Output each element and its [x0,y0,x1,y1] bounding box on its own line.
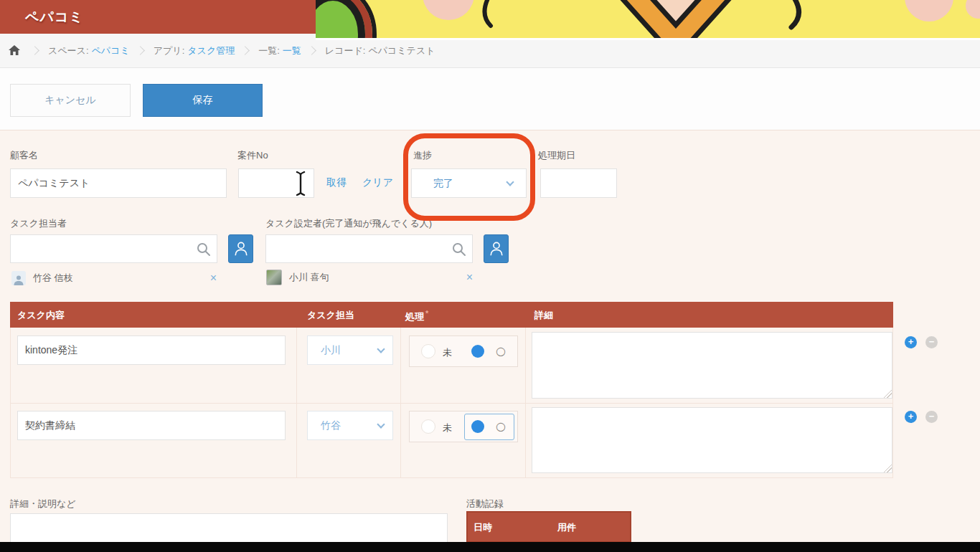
customer-name-input[interactable] [10,168,227,198]
column-header-process: 処理* [405,309,428,323]
task-assignee-search-input[interactable] [11,235,194,262]
breadcrumb-separator-icon [240,46,250,55]
process-radio-group-row1: 未 ○ [409,336,518,367]
radio-unselected[interactable] [421,344,435,358]
person-icon [233,239,249,258]
breadcrumb-separator-icon [307,46,316,55]
cancel-button[interactable]: キャンセル [10,84,131,117]
activity-column-subject: 用件 [557,521,576,534]
breadcrumb-record-label: レコード: [325,45,366,56]
record-form: 顧客名 案件No 取得 クリア 進捗 完了 処理期日 タスク担当者 [0,130,980,542]
column-header-task-content: タスク内容 [17,309,65,322]
task-assignee-select-row2[interactable]: 竹谷 [307,411,393,440]
task-setter-user-select-button[interactable] [484,234,509,263]
task-assignee-select-row1[interactable]: 小川 [307,336,393,365]
radio-selected[interactable] [471,345,484,358]
radio-selected[interactable] [471,420,484,433]
progress-selected-value: 完了 [433,177,453,190]
person-icon [489,239,504,258]
row-divider [11,403,892,404]
column-header-task-assignee: タスク担当 [307,309,354,322]
description-textarea[interactable] [10,513,448,542]
assignee-selected-value: 竹谷 [321,419,341,432]
save-button[interactable]: 保存 [143,84,263,117]
breadcrumb-space-label: スペース: [48,45,89,56]
breadcrumb-separator-icon [30,46,39,55]
letterbox-bar [0,542,980,552]
task-setter-search-input[interactable] [266,235,449,262]
task-assignee-picker [10,234,217,263]
resize-handle-icon[interactable] [884,390,892,398]
task-setter-label: タスク設定者(完了通知が飛んでくる人) [265,217,432,230]
avatar [266,270,282,285]
detail-textarea-row2[interactable] [532,407,892,473]
radio-option-label[interactable]: ○ [496,344,506,358]
breadcrumb-record-value: ペパコミテスト [368,45,435,56]
customer-name-label: 顧客名 [10,149,38,162]
remove-user-icon[interactable]: × [466,272,473,283]
chevron-down-icon [377,420,385,428]
breadcrumb-view-label: 一覧: [258,45,280,56]
record-toolbar: キャンセル 保存 [0,68,980,130]
case-no-clear-link[interactable]: クリア [362,176,393,189]
breadcrumb-record: レコード:ペパコミテスト [325,44,435,57]
breadcrumb-view-link[interactable]: 一覧 [283,45,301,56]
breadcrumb-space: スペース:ペパコミ [48,44,130,57]
breadcrumb-app-label: アプリ: [154,45,185,56]
selected-user-name: 小川 喜句 [289,271,329,284]
description-label: 詳細・説明など [10,498,76,510]
task-table-header: タスク内容 タスク担当 処理* 詳細 [10,302,893,328]
column-header-detail: 詳細 [534,309,553,322]
activity-log-header: 日時 用件 [466,511,631,542]
breadcrumb-app: アプリ:タスク管理 [154,44,235,57]
task-assignee-user-select-button[interactable] [228,234,253,263]
required-mark: * [425,309,428,318]
selected-user-setter: 小川 喜句 × [266,270,473,285]
cartoon-banner-image [316,0,980,40]
case-no-label: 案件No [237,149,268,162]
search-icon[interactable] [451,242,467,257]
home-icon[interactable] [9,45,20,56]
activity-log-label: 活動記録 [466,498,504,510]
selected-user-assignee: 竹谷 信枝 × [11,271,217,285]
task-setter-picker [265,234,473,263]
radio-option-label[interactable]: 未 [443,422,452,434]
add-row-button[interactable]: + [905,336,917,348]
chevron-down-icon [506,178,514,186]
task-content-input-row2[interactable] [17,411,286,440]
assignee-selected-value: 小川 [321,344,341,357]
process-radio-group-row2: 未 ○ [409,411,518,442]
remove-user-icon[interactable]: × [210,272,217,284]
avatar [11,271,26,285]
kintone-record-edit-screen: ペパコミ スペース:ペパコミ アプリ:タスク管理 [0,0,980,552]
due-date-label: 処理期日 [538,149,575,162]
task-assignee-label: タスク担当者 [10,217,67,230]
radio-unselected[interactable] [421,419,435,434]
remove-row-button[interactable]: − [925,411,938,423]
search-icon[interactable] [196,242,212,257]
due-date-input[interactable] [540,168,617,198]
progress-select[interactable]: 完了 [411,168,527,198]
remove-row-button[interactable]: − [925,336,938,348]
breadcrumb-space-link[interactable]: ペパコミ [92,45,130,56]
radio-option-label[interactable]: ○ [496,419,506,433]
case-no-get-link[interactable]: 取得 [326,176,347,189]
case-no-input[interactable] [238,168,314,198]
task-content-input-row1[interactable] [17,336,286,365]
resize-handle-icon[interactable] [884,465,892,472]
cartoon-art [316,0,980,40]
breadcrumb-view: 一覧:一覧 [258,44,301,57]
selected-user-name: 竹谷 信枝 [33,272,73,285]
chevron-down-icon [377,345,385,353]
breadcrumb-app-link[interactable]: タスク管理 [187,45,235,56]
breadcrumb-separator-icon [136,46,145,55]
detail-textarea-row1[interactable] [532,332,892,399]
progress-label: 進捗 [413,149,432,162]
activity-column-datetime: 日時 [473,521,492,534]
radio-option-label[interactable]: 未 [443,346,452,359]
space-logo[interactable]: ペパコミ [25,8,84,27]
add-row-button[interactable]: + [905,411,917,423]
